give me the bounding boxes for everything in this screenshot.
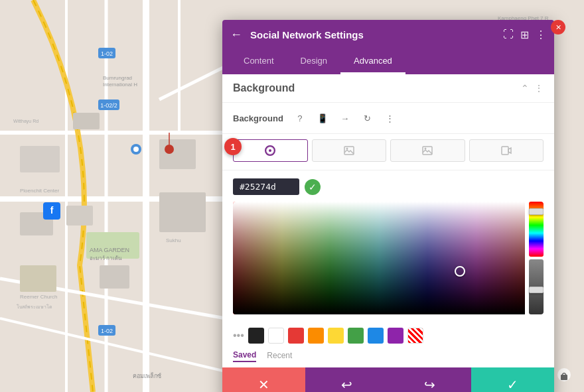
- swatch-purple[interactable]: [388, 328, 403, 344]
- confirm-button[interactable]: ✓: [471, 367, 554, 392]
- background-row: Background ? 📱 → ↻ ⋮: [222, 103, 554, 134]
- panel-tabs: Content Design Advanced: [222, 49, 554, 74]
- recent-tab[interactable]: Recent: [267, 351, 292, 361]
- section-more-icon[interactable]: ⋮: [534, 83, 544, 94]
- saved-row: Saved Recent: [222, 348, 554, 367]
- more-swatches-btn[interactable]: •••: [233, 330, 244, 342]
- tab-advanced[interactable]: Advanced: [340, 49, 405, 74]
- svg-rect-12: [159, 139, 196, 169]
- alpha-slider[interactable]: [529, 259, 544, 314]
- hex-confirm-btn[interactable]: ✓: [305, 179, 321, 195]
- svg-text:f: f: [50, 205, 54, 216]
- type-video-btn[interactable]: [469, 139, 544, 162]
- svg-rect-18: [86, 232, 139, 259]
- svg-text:1-02/2: 1-02/2: [100, 102, 117, 109]
- badge-1: 1: [224, 138, 242, 155]
- panel-header: ← Social Network Settings ⛶ ⊞ ⋮: [222, 20, 554, 49]
- action-bar: ✕ ↩ ↪ ✓: [222, 367, 554, 392]
- tab-design[interactable]: Design: [287, 49, 340, 74]
- color-picker-area: ✓: [222, 170, 554, 322]
- section-header: Background ⌃ ⋮: [222, 74, 554, 103]
- svg-text:International H: International H: [103, 82, 137, 88]
- cancel-icon: ✕: [258, 377, 269, 392]
- expand-icon[interactable]: ⛶: [503, 29, 514, 40]
- redo-button[interactable]: ↪: [388, 367, 471, 392]
- svg-point-38: [165, 145, 174, 154]
- hex-row: ✓: [233, 178, 544, 195]
- svg-point-49: [346, 148, 348, 150]
- undo-icon: ↩: [341, 377, 352, 392]
- swatch-none[interactable]: [407, 328, 423, 344]
- reset-icon[interactable]: ↻: [359, 109, 376, 127]
- svg-point-47: [269, 149, 271, 152]
- redo-icon: ↪: [424, 377, 435, 392]
- help-icon[interactable]: ?: [291, 109, 309, 127]
- type-selector-row: [222, 134, 554, 170]
- swatch-red[interactable]: [288, 328, 304, 344]
- svg-text:Ploenchit Center: Ploenchit Center: [20, 188, 59, 194]
- gradient-hue: [233, 202, 525, 314]
- svg-text:1-02: 1-02: [101, 50, 113, 57]
- svg-text:โบสถ์พระเมษาโต: โบสถ์พระเมษาโต: [17, 304, 52, 309]
- svg-rect-15: [159, 192, 206, 232]
- svg-point-37: [133, 147, 139, 152]
- more-icon[interactable]: ⋮: [536, 29, 546, 41]
- svg-point-51: [425, 148, 427, 150]
- cancel-button[interactable]: ✕: [222, 367, 305, 392]
- svg-text:Reemer Church: Reemer Church: [20, 294, 57, 300]
- hex-input[interactable]: [233, 178, 299, 195]
- collapse-icon[interactable]: ⌃: [521, 83, 529, 94]
- svg-text:Sukhu: Sukhu: [166, 237, 181, 243]
- cursor-icon[interactable]: →: [336, 109, 354, 127]
- hue-slider[interactable]: [529, 202, 544, 257]
- swatches-row: •••: [222, 322, 554, 348]
- svg-rect-10: [20, 146, 60, 172]
- swatch-white[interactable]: [268, 328, 284, 344]
- swatch-orange[interactable]: [308, 328, 324, 344]
- tab-content[interactable]: Content: [230, 49, 287, 74]
- type-gradient-btn[interactable]: [390, 139, 465, 162]
- sliders-column: [529, 202, 544, 314]
- svg-rect-16: [20, 265, 56, 292]
- confirm-icon: ✓: [507, 377, 518, 392]
- color-gradient[interactable]: [233, 202, 544, 314]
- svg-text:AMA GARDEN: AMA GARDEN: [90, 247, 129, 253]
- panel-header-icons: ⛶ ⊞ ⋮: [503, 29, 546, 41]
- svg-rect-17: [100, 265, 129, 289]
- svg-text:คอมเพล็กซ์: คอมเพล็กซ์: [133, 371, 161, 379]
- section-title: Background: [233, 82, 295, 94]
- background-label: Background: [233, 113, 283, 123]
- swatch-yellow[interactable]: [328, 328, 344, 344]
- swatch-black[interactable]: [248, 328, 264, 344]
- type-color-btn[interactable]: [233, 139, 308, 162]
- swatch-blue[interactable]: [368, 328, 384, 344]
- swatch-green[interactable]: [348, 328, 364, 344]
- options-icon[interactable]: ⋮: [382, 109, 399, 127]
- columns-icon[interactable]: ⊞: [520, 29, 529, 41]
- section-header-icons: ⌃ ⋮: [521, 83, 544, 94]
- svg-rect-45: [561, 375, 567, 380]
- svg-text:Witthayu Rd: Witthayu Rd: [13, 119, 38, 124]
- svg-rect-52: [502, 147, 508, 155]
- svg-text:อะมาร์ กาเด้น: อะมาร์ กาเด้น: [90, 255, 122, 261]
- back-button[interactable]: ←: [230, 28, 242, 42]
- panel-title: Social Network Settings: [250, 29, 498, 40]
- svg-rect-14: [66, 206, 93, 226]
- undo-button[interactable]: ↩: [305, 367, 388, 392]
- saved-tab[interactable]: Saved: [233, 350, 256, 362]
- svg-text:1-02: 1-02: [101, 328, 113, 334]
- mobile-icon[interactable]: 📱: [314, 109, 331, 127]
- svg-text:Bumrungrad: Bumrungrad: [103, 75, 132, 81]
- settings-panel: ← Social Network Settings ⛶ ⊞ ⋮ Content …: [222, 20, 554, 392]
- panel-close-button[interactable]: ✕: [551, 20, 565, 34]
- svg-rect-11: [73, 113, 100, 129]
- type-image-btn[interactable]: [312, 139, 387, 162]
